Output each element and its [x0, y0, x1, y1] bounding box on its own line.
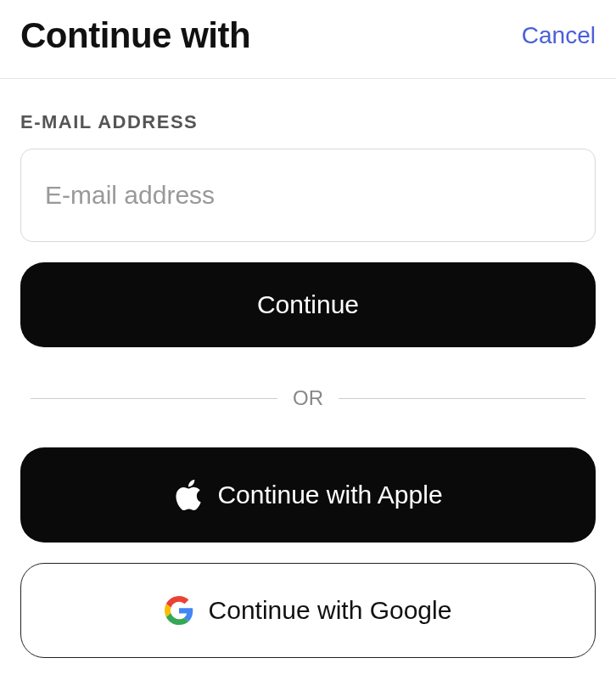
divider: OR [31, 386, 585, 410]
page-title: Continue with [20, 15, 250, 56]
apple-button-label: Continue with Apple [217, 481, 442, 509]
google-signin-button[interactable]: Continue with Google [20, 563, 596, 658]
content: E-MAIL ADDRESS Continue OR Continue with… [0, 79, 616, 678]
google-button-label: Continue with Google [209, 596, 452, 625]
email-input[interactable] [20, 149, 596, 242]
cancel-button[interactable]: Cancel [522, 22, 596, 49]
apple-signin-button[interactable]: Continue with Apple [20, 447, 596, 543]
header: Continue with Cancel [0, 0, 616, 79]
divider-text: OR [293, 386, 323, 410]
google-icon [165, 596, 193, 625]
apple-icon [173, 478, 202, 512]
divider-line [31, 398, 277, 399]
divider-line [339, 398, 585, 399]
continue-button[interactable]: Continue [20, 262, 596, 347]
email-label: E-MAIL ADDRESS [20, 111, 596, 133]
